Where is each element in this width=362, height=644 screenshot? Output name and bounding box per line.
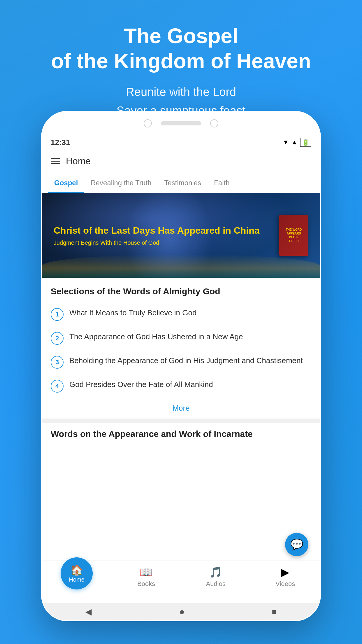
android-nav-bar: ◀ ● ■ <box>42 603 320 620</box>
wifi-icon: ▼ <box>282 139 289 146</box>
videos-icon: ▶ <box>281 566 289 578</box>
signal-icon: ▲ <box>291 139 298 146</box>
phone-frame: 12:31 ▼ ▲ 🔋 Home Gospel Revealin <box>41 111 321 621</box>
banner-text: Christ of the Last Days Has Appeared in … <box>54 225 279 246</box>
nav-item-books[interactable]: 📖 Books <box>112 564 181 590</box>
banner-book-title: THE WORDAPPEARSIN THEFLESH <box>285 227 303 244</box>
status-time: 12:31 <box>51 138 70 147</box>
home-button[interactable]: ● <box>179 606 184 617</box>
tab-faith[interactable]: Faith <box>208 173 236 193</box>
menu-button[interactable] <box>51 158 60 164</box>
header-title: The Gospel of the Kingdom of Heaven <box>0 23 362 74</box>
floating-chat-button[interactable]: 💬 <box>285 533 308 556</box>
list-item[interactable]: 3 Beholding the Appearance of God in His… <box>42 350 320 374</box>
audios-label: Audios <box>206 580 226 588</box>
section2: Words on the Appearance and Work of Inca… <box>42 421 320 445</box>
header-section: The Gospel of the Kingdom of Heaven Reun… <box>0 0 362 120</box>
home-label: Home <box>69 576 85 583</box>
app-content: 12:31 ▼ ▲ 🔋 Home Gospel Revealin <box>42 135 320 603</box>
videos-label: Videos <box>275 580 295 588</box>
section-divider <box>42 419 320 421</box>
tab-bar: Gospel Revealing the Truth Testimonies F… <box>42 173 320 193</box>
tab-gospel[interactable]: Gospel <box>48 173 84 193</box>
nav-item-videos[interactable]: ▶ Videos <box>251 564 320 590</box>
list-text-3: Beholding the Appearance of God in His J… <box>69 355 303 366</box>
sensor <box>210 119 218 127</box>
status-icons: ▼ ▲ 🔋 <box>282 138 311 147</box>
banner-book: THE WORDAPPEARSIN THEFLESH <box>279 215 308 256</box>
list-number-1: 1 <box>51 308 64 321</box>
chat-icon: 💬 <box>290 538 303 551</box>
list-item[interactable]: 4 God Presides Over the Fate of All Mank… <box>42 374 320 398</box>
phone-screen: 12:31 ▼ ▲ 🔋 Home Gospel Revealin <box>42 135 320 620</box>
hamburger-line-3 <box>51 163 60 164</box>
books-icon: 📖 <box>140 566 153 578</box>
list-text-1: What It Means to Truly Believe in God <box>69 307 196 318</box>
list-number-3: 3 <box>51 356 64 369</box>
books-label: Books <box>137 580 155 588</box>
bottom-nav: 🏠 Home 📖 Books 🎵 Audios ▶ Videos <box>42 561 320 603</box>
banner-image[interactable]: Christ of the Last Days Has Appeared in … <box>42 193 320 278</box>
list-text-2: The Appearance of God Has Ushered in a N… <box>69 331 243 342</box>
tab-testimonies[interactable]: Testimonies <box>158 173 208 193</box>
camera-sensor <box>144 119 152 127</box>
recent-button[interactable]: ■ <box>272 607 277 616</box>
header-subtitle: Reunite with the Lord Savor a sumptuous … <box>0 83 362 120</box>
app-title: Home <box>66 156 91 167</box>
tab-revealing[interactable]: Revealing the Truth <box>84 173 158 193</box>
list-item[interactable]: 2 The Appearance of God Has Ushered in a… <box>42 326 320 350</box>
list-number-4: 4 <box>51 380 64 393</box>
nav-item-home[interactable]: 🏠 Home <box>42 564 112 592</box>
audios-icon: 🎵 <box>209 566 222 578</box>
nav-item-audios[interactable]: 🎵 Audios <box>181 564 251 590</box>
list-text-4: God Presides Over the Fate of All Mankin… <box>69 379 213 390</box>
battery-icon: 🔋 <box>300 138 311 147</box>
app-header: Home <box>42 150 320 173</box>
status-bar: 12:31 ▼ ▲ 🔋 <box>42 135 320 150</box>
home-icon: 🏠 <box>70 564 83 576</box>
section2-title: Words on the Appearance and Work of Inca… <box>51 429 311 439</box>
back-button[interactable]: ◀ <box>85 607 92 617</box>
speaker <box>161 121 201 125</box>
list-number-2: 2 <box>51 332 64 345</box>
section1-title: Selections of the Words of Almighty God <box>42 278 320 302</box>
more-button[interactable]: More <box>42 398 320 419</box>
banner-subtitle: Judgment Begins With the House of God <box>54 239 279 246</box>
hamburger-line-1 <box>51 158 60 159</box>
banner-title: Christ of the Last Days Has Appeared in … <box>54 225 279 237</box>
main-content: Christ of the Last Days Has Appeared in … <box>42 193 320 578</box>
hamburger-line-2 <box>51 161 60 162</box>
list-item[interactable]: 1 What It Means to Truly Believe in God <box>42 302 320 326</box>
